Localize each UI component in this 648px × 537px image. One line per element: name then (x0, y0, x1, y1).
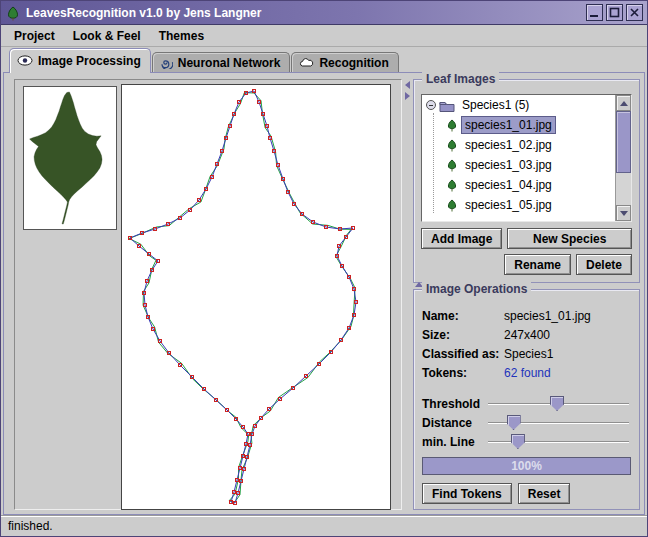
status-text: finished. (8, 519, 53, 533)
leaf-images-group: Leaf Images Species1 (5) (413, 79, 640, 283)
image-info-fields: Name: species1_01.jpg Size: 247x400 Clas… (422, 306, 631, 382)
threshold-slider-row: Threshold (422, 394, 631, 413)
slider-thumb[interactable] (550, 396, 564, 411)
app-icon (5, 5, 21, 21)
token-canvas[interactable] (121, 84, 391, 510)
leaf-file-icon (446, 199, 458, 212)
tab-neuronal-network[interactable]: Neuronal Network (152, 52, 291, 73)
field-tokens: Tokens: 62 found (422, 363, 631, 382)
group-title: Leaf Images (422, 72, 499, 86)
slider-label: Threshold (422, 397, 486, 411)
field-label: Name: (422, 309, 504, 323)
scroll-down-button[interactable] (616, 205, 631, 221)
slider-track[interactable] (488, 441, 629, 443)
field-value: 247x400 (504, 328, 550, 342)
tree-root-species1[interactable]: Species1 (5) (422, 95, 615, 115)
tree-connector-lines (433, 113, 434, 213)
add-image-button[interactable]: Add Image (421, 228, 502, 249)
spiral-icon (160, 56, 173, 69)
leaf-thumbnail (23, 86, 117, 230)
tree-viewport: Species1 (5) species1_01.jpg (422, 95, 615, 221)
tokens-count-value: 62 found (504, 366, 551, 380)
arrow-up-icon (620, 101, 628, 106)
slider-label: Distance (422, 416, 486, 430)
tree-item-label: species1_02.jpg (462, 137, 555, 153)
tab-label: Neuronal Network (178, 56, 281, 70)
distance-slider[interactable] (486, 414, 631, 431)
find-tokens-button[interactable]: Find Tokens (422, 483, 512, 504)
tab-image-processing[interactable]: Image Processing (9, 48, 151, 73)
image-operations-group: Image Operations Name: species1_01.jpg S… (413, 289, 640, 510)
slider-label: min. Line (422, 435, 486, 449)
split-divider[interactable] (403, 75, 411, 512)
threshold-slider[interactable] (486, 395, 631, 412)
tree-item-species1-01[interactable]: species1_01.jpg (422, 115, 615, 135)
tree-item-species1-04[interactable]: species1_04.jpg (422, 175, 615, 195)
field-label: Classified as: (422, 347, 504, 361)
leaf-file-icon (446, 159, 458, 172)
app-window: LeavesRecognition v1.0 by Jens Langner P… (0, 0, 648, 537)
tree-item-label: species1_01.jpg (462, 117, 555, 133)
tree-item-label: species1_03.jpg (462, 157, 555, 173)
eye-icon (17, 55, 33, 66)
min-line-slider[interactable] (486, 433, 631, 450)
right-panel: Leaf Images Species1 (5) (413, 75, 640, 512)
field-label: Tokens: (422, 366, 504, 380)
cloud-icon (299, 57, 314, 68)
maximize-button[interactable] (606, 4, 623, 21)
close-button[interactable] (626, 4, 643, 21)
tree-root-label: Species1 (5) (459, 97, 532, 113)
scroll-up-button[interactable] (616, 95, 631, 111)
title-bar: LeavesRecognition v1.0 by Jens Langner (1, 1, 647, 25)
leaf-file-icon (446, 179, 458, 192)
slider-thumb[interactable] (507, 415, 521, 430)
field-size: Size: 247x400 (422, 325, 631, 344)
min-line-slider-row: min. Line (422, 432, 631, 451)
field-label: Size: (422, 328, 504, 342)
tree-item-label: species1_05.jpg (462, 197, 555, 213)
scrollbar-thumb[interactable] (616, 111, 631, 173)
leaf-file-icon (446, 119, 458, 132)
tab-label: Image Processing (38, 54, 141, 68)
status-bar: finished. (1, 515, 647, 536)
group-title: Image Operations (422, 282, 531, 296)
image-view-area (14, 79, 402, 510)
parameter-sliders: Threshold Distance m (422, 394, 631, 451)
field-classified-as: Classified as: Species1 (422, 344, 631, 363)
menu-look-and-feel[interactable]: Look & Feel (64, 26, 150, 46)
tree-collapse-icon[interactable] (426, 100, 436, 110)
field-value: Species1 (504, 347, 553, 361)
tab-label: Recognition (319, 56, 388, 70)
rename-button[interactable]: Rename (504, 254, 571, 275)
minimize-button[interactable] (586, 4, 603, 21)
delete-button[interactable]: Delete (576, 254, 632, 275)
folder-icon (439, 99, 455, 112)
tree-item-species1-05[interactable]: species1_05.jpg (422, 195, 615, 215)
tree-item-species1-02[interactable]: species1_02.jpg (422, 135, 615, 155)
new-species-button[interactable]: New Species (507, 228, 632, 249)
leaf-file-icon (446, 139, 458, 152)
split-handle[interactable] (404, 81, 410, 101)
arrow-down-icon (620, 211, 628, 216)
collapse-left-icon[interactable] (405, 81, 410, 89)
field-value: species1_01.jpg (504, 309, 591, 323)
progress-bar: 100% (422, 457, 631, 475)
menu-project[interactable]: Project (5, 26, 64, 46)
tree-scrollbar[interactable] (615, 95, 631, 221)
tab-strip: Image Processing Neuronal Network Recogn… (1, 47, 647, 73)
progress-label: 100% (511, 459, 542, 473)
reset-button[interactable]: Reset (518, 483, 571, 504)
tree-item-label: species1_04.jpg (462, 177, 555, 193)
slider-thumb[interactable] (511, 434, 525, 449)
species-tree: Species1 (5) species1_01.jpg (421, 94, 632, 222)
tab-recognition[interactable]: Recognition (291, 52, 398, 73)
tree-item-species1-03[interactable]: species1_03.jpg (422, 155, 615, 175)
field-name: Name: species1_01.jpg (422, 306, 631, 325)
image-processing-panel: Leaf Images Species1 (5) (3, 72, 645, 515)
distance-slider-row: Distance (422, 413, 631, 432)
collapse-right-icon[interactable] (405, 92, 410, 100)
window-title: LeavesRecognition v1.0 by Jens Langner (26, 6, 583, 20)
menu-bar: Project Look & Feel Themes (1, 25, 647, 47)
menu-themes[interactable]: Themes (150, 26, 213, 46)
